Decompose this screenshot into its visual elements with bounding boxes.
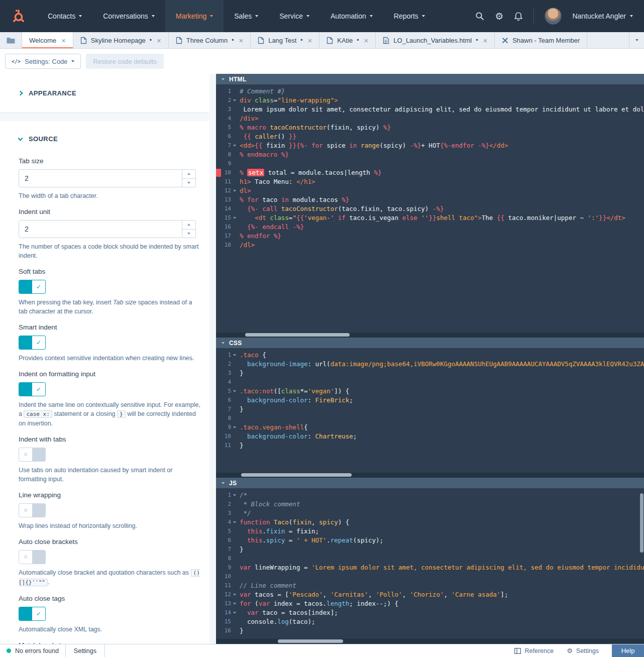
close-icon[interactable]: × — [483, 37, 487, 44]
pane-header-html[interactable]: HTML — [216, 74, 644, 84]
toggle-soft-tabs[interactable]: ✓ — [19, 280, 46, 294]
fold-gutter[interactable] — [231, 351, 238, 360]
chevron-down-icon — [306, 15, 309, 17]
code-area-js[interactable]: 1/*2 * Block comment3 */4function Taco(f… — [216, 488, 644, 644]
close-icon[interactable]: × — [308, 37, 312, 44]
bell-icon[interactable] — [514, 12, 523, 21]
source-section-label: SOURCE — [29, 135, 58, 143]
vertical-scrollbar[interactable] — [639, 488, 644, 639]
code-area-css[interactable]: 1.taco {2 background-image: url(data:ima… — [216, 348, 644, 478]
nav-item-marketing[interactable]: Marketing — [165, 0, 224, 32]
nav-item-label: Conversations — [103, 12, 148, 20]
line-number: 11 — [216, 581, 231, 590]
top-navigation: ContactsConversationsMarketingSalesServi… — [0, 0, 644, 32]
toggle-smart-indent[interactable]: ✓ — [19, 336, 46, 350]
line-number: 6 — [216, 396, 231, 405]
fold-gutter[interactable] — [231, 423, 238, 432]
stepper-up-button[interactable] — [182, 221, 195, 230]
nav-item-service[interactable]: Service — [269, 0, 320, 32]
reference-button[interactable]: Reference — [514, 647, 554, 654]
code-line: 8 — [216, 414, 644, 423]
settings-button[interactable]: ⚙ Settings — [567, 647, 599, 654]
account-menu[interactable]: Nantucket Angler — [572, 12, 633, 20]
pane-header-js[interactable]: JS — [216, 478, 644, 488]
error-marker — [216, 169, 221, 177]
help-button[interactable]: Help — [612, 644, 644, 657]
code-text: background-color: Chartreuse; — [238, 432, 644, 441]
fold-gutter[interactable] — [231, 141, 238, 150]
close-icon[interactable]: × — [239, 37, 243, 44]
fold-gutter[interactable] — [231, 186, 238, 195]
nav-item-conversations[interactable]: Conversations — [92, 0, 165, 32]
nav-item-automation[interactable]: Automation — [320, 0, 383, 32]
close-icon[interactable]: × — [157, 37, 161, 44]
tab-lo-launch-variables-html[interactable]: LO_Launch_Variables.html•× — [376, 32, 495, 48]
search-icon[interactable] — [475, 12, 484, 21]
tab-lang-test[interactable]: Lang Test•× — [251, 32, 319, 48]
fold-gutter[interactable] — [231, 599, 238, 608]
avatar[interactable] — [545, 8, 562, 25]
fold-gutter[interactable] — [231, 96, 238, 105]
pane-header-css[interactable]: CSS — [216, 338, 644, 348]
code-line: 8 — [216, 554, 644, 563]
settings-code-button[interactable]: </> Settings: Code — [5, 54, 81, 69]
toggle-line-wrapping[interactable]: ✕ — [19, 503, 46, 517]
chevron-down-icon — [370, 15, 373, 17]
line-number: 18 — [216, 241, 231, 250]
chevron-down-icon — [187, 233, 190, 235]
fold-gutter[interactable] — [231, 491, 238, 500]
fold-gutter[interactable] — [231, 608, 238, 617]
fold-gutter[interactable] — [231, 387, 238, 396]
scrollbar-thumb[interactable] — [245, 333, 350, 337]
nav-item-label: Service — [279, 12, 303, 20]
horizontal-scrollbar[interactable] — [216, 473, 644, 478]
code-line: 13% for taco in module.tacos %} — [216, 195, 644, 204]
nav-item-reports[interactable]: Reports — [383, 0, 436, 32]
stepper-up-button[interactable] — [182, 170, 195, 179]
tab-welcome[interactable]: Welcome× — [22, 32, 73, 48]
doc-icon — [327, 37, 333, 44]
tab-three-column[interactable]: Three Column•× — [169, 32, 251, 48]
stepper-down-button[interactable] — [182, 179, 195, 187]
scrollbar-thumb[interactable] — [241, 473, 352, 477]
fold-gutter — [231, 232, 238, 241]
hubspot-logo[interactable] — [0, 0, 37, 32]
number-input-indent-unit[interactable]: 2 — [19, 220, 196, 238]
close-icon[interactable]: × — [61, 37, 66, 44]
appearance-section-header[interactable]: APPEARANCE — [0, 74, 209, 113]
fold-gutter[interactable] — [231, 590, 238, 599]
toggle-indent-with-tabs[interactable]: ✕ — [19, 448, 46, 462]
finder-button[interactable] — [0, 32, 22, 48]
close-icon[interactable]: × — [364, 37, 369, 44]
toggle-right: ✓ — [32, 280, 45, 293]
toggle-right: ✓ — [32, 383, 45, 396]
fold-gutter[interactable] — [231, 213, 238, 223]
fold-gutter[interactable] — [231, 518, 238, 527]
tab-shawn-team-member[interactable]: Shawn - Team Member — [495, 32, 587, 48]
tab-katie[interactable]: KAtie•× — [319, 32, 376, 48]
toggle-auto-close-tags[interactable]: ✓ — [19, 607, 46, 621]
number-input-tab-size[interactable]: 2 — [19, 169, 196, 187]
line-number: 5 — [216, 527, 231, 536]
toggle-auto-close-brackets[interactable]: ✕ — [19, 550, 46, 564]
source-section-header[interactable]: SOURCE — [19, 135, 196, 143]
toggle-indent-on-formatting-input[interactable]: ✓ — [19, 382, 46, 396]
footer-tab-settings[interactable]: Settings — [65, 644, 105, 657]
fold-gutter — [231, 572, 238, 581]
code-line: 8% endmacro %} — [216, 150, 644, 159]
gear-icon[interactable]: ⚙ — [495, 12, 503, 21]
fold-arrow-icon — [233, 390, 236, 392]
tab-skyline-homepage[interactable]: Skyline Homepage•× — [73, 32, 169, 48]
scrollbar-thumb[interactable] — [640, 493, 643, 553]
nav-item-sales[interactable]: Sales — [224, 0, 269, 32]
stepper-down-button[interactable] — [182, 230, 195, 238]
horizontal-scrollbar[interactable] — [216, 333, 644, 338]
restore-code-defaults-button[interactable]: Restore code defaults — [86, 54, 163, 69]
horizontal-scrollbar[interactable] — [216, 639, 644, 644]
scrollbar-thumb[interactable] — [278, 639, 343, 643]
doc-icon — [258, 37, 264, 44]
nav-item-contacts[interactable]: Contacts — [37, 0, 92, 32]
code-area-html[interactable]: 1# Comment #}2div class="line-wrapping">… — [216, 84, 644, 338]
tab-overflow-button[interactable] — [629, 32, 644, 48]
number-value: 2 — [19, 170, 182, 187]
